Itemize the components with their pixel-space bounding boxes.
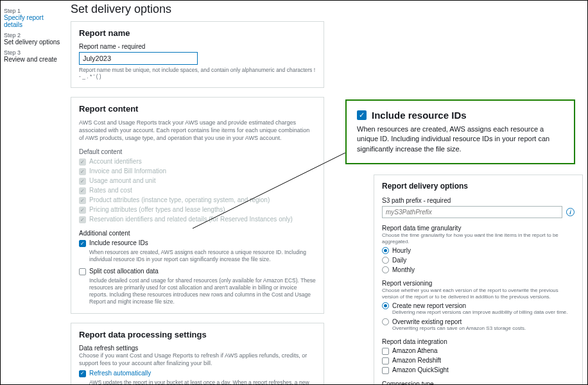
include-resource-ids-desc: When resources are created, AWS assigns … bbox=[89, 249, 316, 263]
granularity-label: Hourly bbox=[392, 247, 411, 254]
refresh-desc: Choose if you want Cost and Usage Report… bbox=[79, 352, 316, 367]
default-checkbox bbox=[79, 197, 86, 204]
report-name-heading: Report name bbox=[79, 28, 316, 38]
wizard-sidebar: Step 1 Specify report details Step 2 Set… bbox=[0, 0, 64, 385]
step-3-label: Step 3 bbox=[4, 49, 60, 56]
integration-checkbox[interactable] bbox=[382, 367, 389, 374]
default-content-label: Product attributes (instance type, opera… bbox=[89, 196, 270, 203]
page-title: Set delivery options bbox=[71, 3, 582, 16]
step-2-label: Step 2 bbox=[4, 32, 60, 38]
split-cost-row[interactable]: Split cost allocation data bbox=[79, 268, 316, 275]
integration-option[interactable]: Amazon QuickSight bbox=[382, 366, 575, 374]
default-content-label: Invoice and Bill Information bbox=[89, 167, 166, 175]
callout-checkbox-icon: ✓ bbox=[357, 110, 367, 120]
default-checkbox bbox=[79, 216, 86, 223]
integration-checkbox[interactable] bbox=[382, 348, 389, 355]
versioning-hint: Choose whether you want each version of … bbox=[382, 287, 575, 300]
default-content-item: Pricing attributes (offer types and leas… bbox=[79, 206, 316, 214]
step-1-title[interactable]: Specify report details bbox=[4, 14, 60, 28]
default-content-item: Invoice and Bill Information bbox=[79, 167, 316, 175]
step-1-label: Step 1 bbox=[4, 8, 60, 14]
default-content-label: Reservation identifiers and related deta… bbox=[89, 216, 293, 223]
report-name-hint: Report name must be unique, not include … bbox=[79, 67, 316, 80]
report-name-panel: Report name Report name - required Repor… bbox=[71, 21, 324, 88]
callout-include-resource-ids: ✓ Include resource IDs When resources ar… bbox=[345, 99, 575, 164]
versioning-title: Report versioning bbox=[382, 280, 575, 287]
integration-option[interactable]: Amazon Athena bbox=[382, 347, 575, 355]
versioning-overwrite-radio[interactable] bbox=[382, 318, 389, 325]
refresh-title: Data refresh settings bbox=[79, 345, 316, 352]
granularity-option[interactable]: Monthly bbox=[382, 266, 575, 273]
report-name-field-label: Report name - required bbox=[79, 43, 316, 50]
report-content-panel: Report content AWS Cost and Usage Report… bbox=[71, 97, 324, 314]
default-checkbox bbox=[79, 168, 86, 175]
default-content-label: Pricing attributes (offer types and leas… bbox=[89, 206, 225, 213]
step-2-title[interactable]: Set delivery options bbox=[4, 38, 60, 46]
split-cost-desc: Include detailed cost and usage for shar… bbox=[89, 277, 316, 305]
refresh-auto-checkbox[interactable] bbox=[79, 370, 86, 377]
refresh-auto-label: Refresh automatically bbox=[89, 370, 151, 377]
default-checkbox bbox=[79, 178, 86, 185]
integration-label: Amazon Athena bbox=[392, 347, 438, 354]
integration-label: Amazon QuickSight bbox=[392, 366, 449, 373]
s3-prefix-label: S3 path prefix - required bbox=[382, 197, 575, 204]
include-resource-ids-checkbox[interactable] bbox=[79, 240, 86, 247]
report-content-heading: Report content bbox=[79, 104, 316, 114]
versioning-overwrite-row[interactable]: Overwrite existing report bbox=[382, 318, 575, 325]
granularity-radio[interactable] bbox=[382, 257, 389, 264]
default-content-item: Reservation identifiers and related deta… bbox=[79, 216, 316, 223]
default-checkbox bbox=[79, 207, 86, 214]
step-3-title[interactable]: Review and create bbox=[4, 56, 60, 63]
granularity-option[interactable]: Daily bbox=[382, 257, 575, 264]
integration-checkbox[interactable] bbox=[382, 357, 389, 364]
versioning-overwrite-label: Overwrite existing report bbox=[392, 318, 462, 325]
granularity-hint: Choose the time granularity for how you … bbox=[382, 232, 575, 244]
granularity-label: Monthly bbox=[392, 266, 415, 273]
refresh-auto-desc: AWS updates the report in your bucket at… bbox=[89, 379, 316, 385]
default-content-label: Usage amount and unit bbox=[89, 177, 155, 184]
versioning-create-hint: Delivering new report versions can impro… bbox=[392, 309, 575, 316]
callout-text: When resources are created, AWS assigns … bbox=[357, 124, 564, 154]
processing-panel: Report data processing settings Data ref… bbox=[71, 323, 324, 385]
granularity-option[interactable]: Hourly bbox=[382, 247, 575, 254]
integration-label: Amazon Redshift bbox=[392, 357, 441, 364]
granularity-title: Report data time granularity bbox=[382, 225, 575, 232]
processing-heading: Report data processing settings bbox=[79, 330, 316, 339]
integration-option[interactable]: Amazon Redshift bbox=[382, 357, 575, 364]
split-cost-label: Split cost allocation data bbox=[89, 268, 159, 275]
report-content-desc: AWS Cost and Usage Reports track your AW… bbox=[79, 119, 316, 142]
default-checkbox bbox=[79, 158, 86, 166]
granularity-radio[interactable] bbox=[382, 266, 389, 273]
include-resource-ids-label: Include resource IDs bbox=[89, 239, 148, 246]
versioning-create-radio[interactable] bbox=[382, 302, 389, 309]
refresh-auto-row[interactable]: Refresh automatically bbox=[79, 370, 316, 377]
compression-title: Compression type bbox=[382, 381, 575, 385]
report-name-input[interactable] bbox=[79, 52, 198, 65]
delivery-options-panel: Report delivery options S3 path prefix -… bbox=[374, 175, 583, 385]
default-content-item: Account identifiers bbox=[79, 158, 316, 166]
default-checkbox bbox=[79, 187, 86, 194]
versioning-create-label: Create new report version bbox=[392, 302, 466, 309]
callout-title: Include resource IDs bbox=[372, 110, 467, 121]
granularity-label: Daily bbox=[392, 257, 406, 264]
default-content-item: Rates and cost bbox=[79, 187, 316, 194]
delivery-heading: Report delivery options bbox=[382, 182, 575, 191]
integration-title: Report data integration bbox=[382, 338, 575, 345]
default-content-item: Product attributes (instance type, opera… bbox=[79, 196, 316, 204]
versioning-create-row[interactable]: Create new report version bbox=[382, 302, 575, 309]
additional-content-label: Additional content bbox=[79, 230, 316, 237]
default-content-label: Account identifiers bbox=[89, 158, 142, 165]
versioning-overwrite-hint: Overwriting reports can save on Amazon S… bbox=[392, 325, 575, 332]
info-icon[interactable]: i bbox=[566, 208, 575, 216]
default-content-label: Default content bbox=[79, 148, 316, 155]
granularity-radio[interactable] bbox=[382, 247, 389, 254]
include-resource-ids-row[interactable]: Include resource IDs bbox=[79, 239, 316, 247]
s3-prefix-input[interactable] bbox=[382, 206, 562, 218]
default-content-item: Usage amount and unit bbox=[79, 177, 316, 185]
split-cost-checkbox[interactable] bbox=[79, 268, 86, 275]
default-content-label: Rates and cost bbox=[89, 187, 132, 194]
